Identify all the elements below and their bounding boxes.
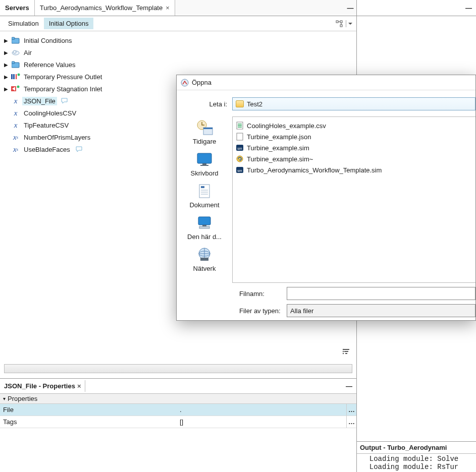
properties-tab-bar: JSON_File - Properties × — xyxy=(0,379,356,394)
backup-file-icon xyxy=(236,155,244,163)
file-item[interactable]: Turbine_example.sim~ xyxy=(236,153,472,164)
filename-label: Filnamn: xyxy=(233,290,287,298)
svg-rect-38 xyxy=(200,258,208,261)
tab-servers[interactable]: Servers xyxy=(0,0,35,16)
tree-item-label: JSON_File xyxy=(22,97,57,105)
tab-workflow[interactable]: Turbo_Aerodynamics_Workflow_Template × xyxy=(35,0,175,16)
place-documents[interactable]: Dokument xyxy=(177,180,232,211)
xs-parameter-icon: xs xyxy=(11,145,20,153)
prop-tags-browse-button[interactable]: … xyxy=(346,416,356,428)
tree-item-air[interactable]: ▶ Air xyxy=(2,46,354,58)
file-name: Turbine_example.sim xyxy=(247,144,309,152)
prop-tags-value[interactable]: [] xyxy=(177,416,346,428)
expand-icon[interactable]: ▶ xyxy=(4,38,9,43)
file-name: Turbine_example.sim~ xyxy=(247,155,313,163)
editor-minimize-button[interactable]: — xyxy=(465,4,472,12)
tree-item-label: Initial Conditions xyxy=(22,36,73,45)
properties-tab[interactable]: JSON_File - Properties × xyxy=(0,380,85,392)
folder-icon xyxy=(236,100,244,107)
place-computer[interactable]: Den här d... xyxy=(177,212,232,243)
svg-rect-24 xyxy=(203,128,213,129)
dialog-title: Öppna xyxy=(192,79,211,86)
file-list[interactable]: CoolingHoles_example.csv Turbine_example… xyxy=(232,116,475,283)
svg-point-21 xyxy=(181,79,188,86)
x-parameter-icon: x xyxy=(11,121,20,129)
comment-icon[interactable] xyxy=(76,146,83,152)
subtab-initial-options-label: Initial Options xyxy=(49,20,89,27)
place-desktop[interactable]: Skrivbord xyxy=(177,148,232,179)
svg-rect-43 xyxy=(237,133,243,140)
dropdown-icon[interactable] xyxy=(346,20,352,27)
prop-tags-label[interactable]: Tags xyxy=(0,416,177,428)
computer-icon xyxy=(195,215,214,231)
expand-icon[interactable]: ▶ xyxy=(4,62,9,68)
outlet-icon xyxy=(11,73,20,81)
tree-filter-icon[interactable] xyxy=(342,348,350,355)
filename-input[interactable] xyxy=(287,287,475,300)
file-item[interactable]: CoolingHoles_example.csv xyxy=(236,120,472,131)
comment-icon[interactable] xyxy=(61,98,68,104)
properties-grid: File . … Tags [] … xyxy=(0,404,356,428)
prop-file-browse-button[interactable]: … xyxy=(346,404,356,416)
place-computer-label: Den här d... xyxy=(177,233,232,241)
app-icon xyxy=(181,79,189,87)
sub-tab-bar: Simulation Initial Options xyxy=(0,16,356,31)
horizontal-scrollbar[interactable] xyxy=(4,364,352,373)
tree-item-label: TipFeatureCSV xyxy=(22,121,70,130)
properties-minimize-button[interactable]: — xyxy=(342,382,356,390)
svg-point-19 xyxy=(343,351,344,352)
leaf-icon: · xyxy=(4,110,9,116)
svg-rect-35 xyxy=(199,226,209,228)
close-icon[interactable]: × xyxy=(77,382,81,390)
svg-rect-29 xyxy=(201,186,204,188)
prop-file-label[interactable]: File xyxy=(0,404,177,416)
collapse-icon[interactable]: ▾ xyxy=(3,396,6,401)
csv-file-icon xyxy=(236,122,244,130)
properties-section-header[interactable]: ▾ Properties xyxy=(0,394,356,404)
tree-item-initial-conditions[interactable]: ▶ Initial Conditions xyxy=(2,34,354,46)
sim-file-icon: sm xyxy=(236,144,244,152)
svg-rect-26 xyxy=(202,163,206,165)
properties-tab-label: JSON_File - Properties xyxy=(4,382,75,390)
tree-item-label: Temporary Stagnation Inlet xyxy=(22,85,103,93)
svg-rect-11 xyxy=(16,74,17,79)
dialog-title-bar[interactable]: Öppna xyxy=(177,75,475,90)
expand-icon[interactable]: ▶ xyxy=(4,50,9,55)
file-item[interactable]: Turbine_example.json xyxy=(236,131,472,142)
filetype-combo[interactable]: Alla filer xyxy=(287,304,475,317)
tab-workflow-label: Turbo_Aerodynamics_Workflow_Template xyxy=(40,4,163,12)
panel-minimize-button[interactable]: — xyxy=(344,0,356,16)
place-network[interactable]: Nätverk xyxy=(177,244,232,274)
svg-text:sm: sm xyxy=(237,147,242,150)
tree-structure-icon[interactable] xyxy=(336,20,343,27)
svg-rect-40 xyxy=(238,124,242,125)
svg-rect-10 xyxy=(13,74,15,79)
file-item[interactable]: sm Turbine_example.sim xyxy=(236,142,472,153)
svg-point-20 xyxy=(343,353,344,354)
tab-servers-label: Servers xyxy=(5,4,29,12)
filetype-row: Filer av typen: Alla filer xyxy=(177,304,475,317)
look-in-combo[interactable]: Test2 xyxy=(232,97,475,110)
output-title: Output - Turbo_Aerodynami xyxy=(357,442,476,454)
expand-icon[interactable]: ▶ xyxy=(4,74,9,80)
desktop-icon xyxy=(195,151,214,167)
svg-point-18 xyxy=(343,349,344,350)
subtab-initial-options[interactable]: Initial Options xyxy=(44,18,94,29)
file-item[interactable]: sm Turbo_Aerodynamics_Workflow_Template.… xyxy=(236,164,472,175)
place-network-label: Nätverk xyxy=(177,265,232,272)
tree-item-reference-values[interactable]: ▶ Reference Values xyxy=(2,58,354,71)
expand-icon[interactable]: ▶ xyxy=(4,86,9,92)
output-log[interactable]: Loading module: Solve Loading module: Rs… xyxy=(357,454,476,472)
svg-rect-4 xyxy=(12,37,15,39)
json-file-icon xyxy=(236,133,244,141)
svg-rect-0 xyxy=(336,21,338,23)
svg-point-46 xyxy=(237,156,243,162)
tree-item-label: UseBladeFaces xyxy=(22,145,72,154)
leaf-icon: · xyxy=(4,98,9,104)
output-panel: Output - Turbo_Aerodynami Loading module… xyxy=(357,441,476,472)
subtab-simulation[interactable]: Simulation xyxy=(3,18,44,29)
close-icon[interactable]: × xyxy=(166,4,170,12)
places-bar: Tidigare Skrivbord Dokument xyxy=(177,116,232,283)
place-recent[interactable]: Tidigare xyxy=(177,116,232,147)
prop-file-value[interactable]: . xyxy=(177,404,346,416)
